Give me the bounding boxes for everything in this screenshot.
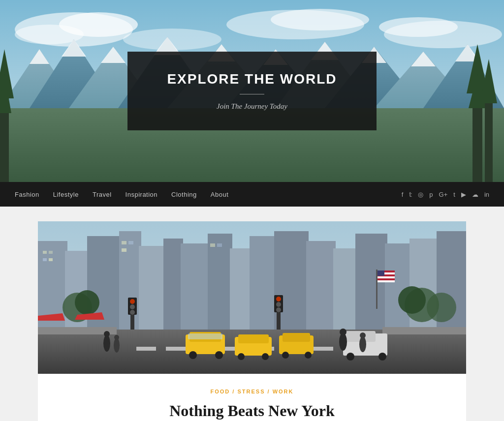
- svg-point-5: [271, 9, 369, 30]
- hero-section: EXPLORE THE WORLD Join The Journey Today: [0, 0, 504, 182]
- nav-item-lifestyle[interactable]: Lifestyle: [53, 190, 79, 199]
- svg-rect-72: [382, 327, 466, 334]
- nav-link-fashion[interactable]: Fashion: [15, 191, 39, 198]
- nav-item-travel[interactable]: Travel: [93, 190, 112, 199]
- hero-title: EXPLORE THE WORLD: [167, 71, 337, 87]
- svg-point-112: [104, 331, 110, 337]
- googleplus-icon[interactable]: G+: [439, 191, 448, 198]
- soundcloud-icon[interactable]: ☁: [472, 191, 478, 198]
- svg-rect-84: [188, 333, 222, 339]
- twitter-icon[interactable]: 𝕥: [409, 191, 412, 198]
- article-title: Nothing Beats New York: [58, 401, 446, 420]
- nav-link-inspiration[interactable]: Inspiration: [126, 191, 158, 198]
- youtube-icon[interactable]: ▶: [461, 191, 466, 198]
- svg-point-82: [189, 351, 197, 359]
- svg-rect-73: [136, 347, 156, 351]
- svg-point-68: [398, 286, 426, 314]
- nav-links: Fashion Lifestyle Travel Inspiration Clo…: [15, 190, 228, 199]
- svg-rect-62: [122, 248, 126, 252]
- facebook-icon[interactable]: f: [402, 191, 404, 198]
- svg-point-110: [360, 332, 366, 338]
- svg-rect-119: [378, 271, 384, 276]
- svg-point-114: [114, 335, 119, 340]
- article-card: FOOD / STRESS / WORK Nothing Beats New Y…: [38, 221, 466, 421]
- svg-rect-79: [314, 347, 333, 351]
- svg-point-100: [130, 304, 135, 309]
- nav-link-lifestyle[interactable]: Lifestyle: [53, 191, 79, 198]
- nav-link-about[interactable]: About: [211, 191, 228, 198]
- svg-point-66: [75, 290, 99, 315]
- svg-rect-36: [485, 98, 493, 182]
- article-category: FOOD / STRESS / WORK: [58, 389, 446, 394]
- main-nav: Fashion Lifestyle Travel Inspiration Clo…: [0, 182, 504, 207]
- svg-rect-61: [128, 241, 133, 244]
- svg-point-106: [276, 307, 281, 312]
- svg-rect-86: [238, 334, 269, 343]
- svg-point-107: [339, 333, 347, 351]
- nav-item-inspiration[interactable]: Inspiration: [126, 190, 158, 199]
- article-image: [38, 221, 466, 374]
- nav-item-about[interactable]: About: [211, 190, 228, 199]
- hero-box: EXPLORE THE WORLD Join The Journey Today: [127, 52, 376, 130]
- svg-rect-74: [166, 347, 186, 351]
- svg-rect-56: [43, 251, 47, 254]
- svg-rect-117: [378, 276, 395, 278]
- svg-point-7: [379, 17, 458, 37]
- svg-point-104: [276, 297, 281, 301]
- main-content: FOOD / STRESS / WORK Nothing Beats New Y…: [0, 221, 504, 421]
- svg-point-113: [114, 338, 120, 353]
- svg-point-111: [103, 335, 110, 352]
- hero-divider: [240, 94, 264, 94]
- svg-rect-64: [217, 243, 222, 247]
- svg-point-101: [130, 310, 135, 315]
- hero-subtitle: Join The Journey Today: [167, 102, 337, 111]
- svg-rect-63: [210, 243, 215, 247]
- svg-point-96: [378, 353, 386, 361]
- svg-rect-58: [43, 258, 47, 261]
- article-content: FOOD / STRESS / WORK Nothing Beats New Y…: [38, 374, 466, 421]
- linkedin-icon[interactable]: in: [484, 191, 489, 198]
- svg-point-88: [262, 353, 269, 360]
- nav-link-travel[interactable]: Travel: [93, 191, 112, 198]
- svg-point-69: [427, 293, 456, 322]
- pinterest-icon[interactable]: p: [429, 191, 433, 198]
- instagram-icon[interactable]: ◎: [418, 191, 423, 198]
- svg-rect-57: [49, 251, 53, 254]
- svg-point-105: [276, 302, 281, 307]
- svg-rect-120: [376, 270, 378, 309]
- svg-rect-60: [122, 241, 126, 244]
- tumblr-icon[interactable]: t: [453, 191, 455, 198]
- svg-rect-90: [283, 333, 310, 342]
- svg-point-109: [359, 336, 366, 352]
- svg-point-92: [305, 352, 312, 359]
- nav-item-fashion[interactable]: Fashion: [15, 190, 39, 199]
- social-icons-group: f 𝕥 ◎ p G+ t ▶ ☁ in: [402, 191, 489, 198]
- nav-link-clothing[interactable]: Clothing: [171, 191, 197, 198]
- svg-rect-118: [378, 280, 395, 282]
- svg-point-91: [282, 352, 289, 359]
- svg-rect-59: [49, 258, 53, 261]
- svg-point-87: [238, 353, 245, 360]
- svg-point-95: [346, 353, 354, 361]
- svg-point-83: [215, 351, 223, 359]
- svg-point-99: [130, 299, 135, 304]
- nav-item-clothing[interactable]: Clothing: [171, 190, 197, 199]
- svg-point-108: [340, 329, 346, 335]
